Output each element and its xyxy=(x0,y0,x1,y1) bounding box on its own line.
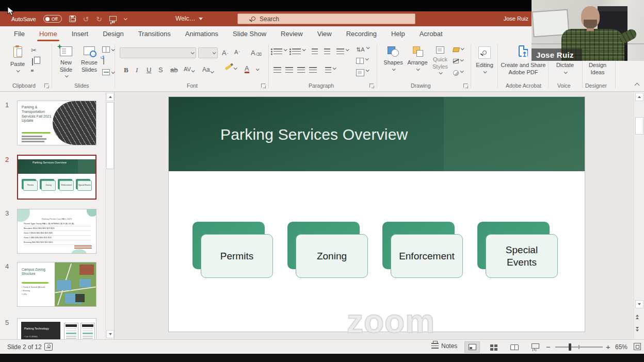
slide-thumbnail-3[interactable]: Parking Permit Cost FALL 2021 Permit Typ… xyxy=(17,209,96,254)
scroll-down-button[interactable] xyxy=(106,330,114,338)
columns-button[interactable] xyxy=(325,67,335,73)
align-text-button[interactable] xyxy=(356,58,368,64)
editing-button[interactable]: Editing xyxy=(474,46,495,73)
thumbnail-scrollbar[interactable] xyxy=(105,92,114,339)
reading-view-button[interactable] xyxy=(507,341,522,353)
tab-slideshow[interactable]: Slide Show xyxy=(226,27,273,42)
start-presentation-icon[interactable] xyxy=(109,16,117,21)
shape-zoning-label[interactable]: Zoning xyxy=(296,234,368,278)
align-left-button[interactable] xyxy=(273,67,281,73)
shrink-font-button[interactable]: Aˇ xyxy=(234,49,240,55)
align-right-button[interactable] xyxy=(297,67,305,73)
scroll-up-button[interactable] xyxy=(106,93,114,101)
slide-indicator[interactable]: Slide 2 of 12 xyxy=(7,343,42,351)
previous-slide-button[interactable] xyxy=(636,315,639,319)
undo-icon[interactable]: ↺ xyxy=(83,15,89,23)
scroll-up-button[interactable] xyxy=(635,93,643,101)
slide-thumbnail-4[interactable]: Campus Zoning Structure Yearly & Termed … xyxy=(17,262,96,307)
shape-permits[interactable]: Permits xyxy=(192,222,273,278)
autosave-toggle[interactable]: Off xyxy=(43,15,62,23)
character-spacing-button[interactable]: AV xyxy=(184,66,194,72)
shape-special-events-label[interactable]: Special Events xyxy=(486,234,558,278)
search-input[interactable] xyxy=(260,15,394,23)
shape-zoning[interactable]: Zoning xyxy=(287,222,368,278)
zoom-out-button[interactable]: − xyxy=(546,342,551,351)
tab-transitions[interactable]: Transitions xyxy=(131,27,178,42)
align-center-button[interactable] xyxy=(285,67,293,73)
tab-design[interactable]: Design xyxy=(95,27,131,42)
numbering-button[interactable] xyxy=(292,48,305,54)
shape-effects-button[interactable] xyxy=(453,70,463,76)
zoom-slider-handle[interactable] xyxy=(569,343,571,351)
text-direction-button[interactable]: ⇅A xyxy=(356,46,369,53)
strikethrough-button[interactable]: ab xyxy=(170,66,178,74)
grow-font-button[interactable]: Aˆ xyxy=(222,49,228,57)
tab-view[interactable]: View xyxy=(310,27,339,42)
collapse-ribbon-icon[interactable] xyxy=(635,83,640,88)
tab-recording[interactable]: Recording xyxy=(339,27,384,42)
slide-canvas[interactable]: Parking Services Overview Permits Zoning… xyxy=(169,97,585,332)
slide-title-band[interactable]: Parking Services Overview xyxy=(169,97,585,171)
main-scrollbar[interactable] xyxy=(634,92,644,339)
highlight-color-button[interactable] xyxy=(225,67,236,70)
slide-layout-button[interactable] xyxy=(102,46,114,53)
font-size-combobox[interactable] xyxy=(198,47,218,58)
bullets-button[interactable] xyxy=(273,48,286,54)
save-icon[interactable] xyxy=(69,15,76,22)
tab-home[interactable]: Home xyxy=(32,27,65,42)
dictate-button[interactable]: Dictate xyxy=(552,62,578,74)
clear-formatting-button[interactable]: A⌫ xyxy=(251,49,262,57)
zoom-level[interactable]: 65% xyxy=(615,343,627,351)
reuse-slides-button[interactable]: Reuse Slides xyxy=(77,46,101,74)
search-box[interactable] xyxy=(237,13,415,24)
drawing-dialog-launcher[interactable] xyxy=(463,84,468,88)
slide-thumbnail-1[interactable]: Parking & Transportation Services Fall 2… xyxy=(17,101,96,145)
customize-toolbar-icon[interactable] xyxy=(124,17,127,20)
slide-title[interactable]: Parking Services Overview xyxy=(220,126,408,143)
reset-slide-button[interactable] xyxy=(103,58,104,64)
slideshow-view-button[interactable] xyxy=(527,341,543,353)
chevron-down-icon[interactable] xyxy=(256,67,260,71)
notes-button[interactable]: Notes xyxy=(431,342,457,350)
font-dialog-launcher[interactable] xyxy=(261,84,265,88)
document-title[interactable]: Welc… xyxy=(175,15,203,22)
bold-button[interactable]: B xyxy=(124,66,128,74)
italic-button[interactable]: I xyxy=(136,66,138,74)
scrollbar-thumb[interactable] xyxy=(635,117,643,135)
line-spacing-button[interactable] xyxy=(336,48,348,54)
design-ideas-button[interactable]: Design Ideas xyxy=(584,62,611,76)
section-button[interactable] xyxy=(102,69,114,75)
copy-button[interactable] xyxy=(32,58,33,65)
shape-enforcement-label[interactable]: Enforcement xyxy=(391,234,463,278)
clipboard-dialog-launcher[interactable] xyxy=(44,84,49,88)
next-slide-button[interactable] xyxy=(636,327,639,332)
tab-file[interactable]: File xyxy=(7,27,32,42)
scroll-down-button[interactable] xyxy=(635,300,643,308)
tab-help[interactable]: Help xyxy=(384,27,412,42)
scrollbar-thumb[interactable] xyxy=(106,102,114,169)
shape-special-events[interactable]: Special Events xyxy=(477,222,558,278)
font-name-combobox[interactable] xyxy=(120,47,196,58)
shape-fill-button[interactable] xyxy=(453,47,463,52)
paste-button[interactable]: Paste xyxy=(7,46,28,72)
accessibility-checker-icon[interactable] xyxy=(44,343,53,351)
increase-indent-button[interactable] xyxy=(324,48,330,54)
new-slide-button[interactable]: New Slide xyxy=(55,46,77,77)
quick-styles-button[interactable]: Quick Styles xyxy=(429,46,451,74)
user-name[interactable]: Jose Ruiz xyxy=(504,15,528,22)
change-case-button[interactable]: Aa xyxy=(202,66,213,73)
tab-insert[interactable]: Insert xyxy=(65,27,96,42)
justify-button[interactable] xyxy=(309,67,317,73)
decrease-indent-button[interactable] xyxy=(312,48,318,54)
font-color-button[interactable]: A xyxy=(245,65,249,73)
cut-button[interactable]: ✂ xyxy=(31,46,37,54)
zoom-in-button[interactable]: + xyxy=(606,342,610,351)
fit-to-window-icon[interactable] xyxy=(634,343,641,350)
slide-thumbnail-5[interactable]: Parking Technology Lot #1 (K660)Lot P5 (… xyxy=(17,318,96,339)
slide-sorter-button[interactable] xyxy=(486,341,502,353)
normal-view-button[interactable] xyxy=(464,341,480,353)
shape-permits-label[interactable]: Permits xyxy=(201,234,273,278)
paragraph-dialog-launcher[interactable] xyxy=(369,84,374,88)
tab-acrobat[interactable]: Acrobat xyxy=(412,27,450,42)
convert-smartart-button[interactable] xyxy=(356,69,368,76)
